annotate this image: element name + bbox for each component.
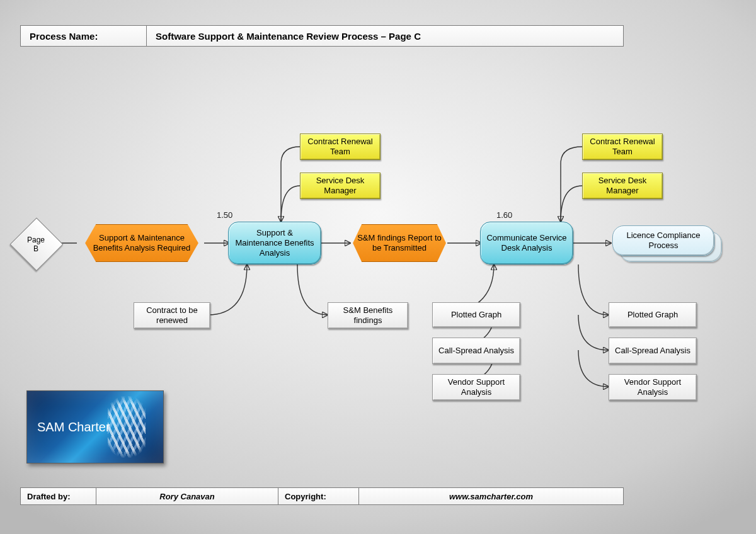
logo-text: SAM Charter xyxy=(37,420,110,435)
output-plotted-graph: Plotted Graph xyxy=(609,302,697,327)
copyright-value: www.samcharter.com xyxy=(359,487,624,505)
input-vendor-support: Vendor Support Analysis xyxy=(432,374,520,401)
step-id-160: 1.60 xyxy=(496,210,512,220)
process-step-160: Communicate Service Desk Analysis xyxy=(480,222,573,264)
helix-icon xyxy=(108,396,146,458)
drafted-by-label: Drafted by: xyxy=(20,487,96,505)
drafted-by-value: Rory Canavan xyxy=(96,487,278,505)
event-support-analysis-required: Support & Maintenance Benefits Analysis … xyxy=(74,224,209,262)
output-vendor-support: Vendor Support Analysis xyxy=(609,374,697,401)
copyright-label: Copyright: xyxy=(278,487,359,505)
output-sm-benefits: S&M Benefits findings xyxy=(328,302,408,329)
input-plotted-graph: Plotted Graph xyxy=(432,302,520,327)
process-name-label: Process Name: xyxy=(20,25,146,47)
sam-charter-logo: SAM Charter xyxy=(26,390,164,463)
title-row: Process Name: Software Support & Mainten… xyxy=(20,25,624,47)
event-findings-transmitted: S&M findings Report to be Transmitted xyxy=(344,224,455,262)
footer-row: Drafted by: Rory Canavan Copyright: www.… xyxy=(20,487,624,505)
input-contract-renewed: Contract to be renewed xyxy=(134,302,210,329)
input-call-spread: Call-Spread Analysis xyxy=(432,338,520,364)
process-name-value: Software Support & Maintenance Review Pr… xyxy=(146,25,624,47)
actor-contract-renewal-team-1: Contract Renewal Team xyxy=(300,134,381,160)
step-id-150: 1.50 xyxy=(217,210,232,220)
end-node: Licence Compliance Process xyxy=(612,225,714,256)
process-step-150: Support & Maintenance Benefits Analysis xyxy=(228,222,321,264)
actor-contract-renewal-team-2: Contract Renewal Team xyxy=(582,134,663,160)
actor-service-desk-manager-1: Service Desk Manager xyxy=(300,173,381,199)
output-call-spread: Call-Spread Analysis xyxy=(609,338,697,364)
actor-service-desk-manager-2: Service Desk Manager xyxy=(582,173,663,199)
page-ref-label: Page B xyxy=(17,236,55,253)
